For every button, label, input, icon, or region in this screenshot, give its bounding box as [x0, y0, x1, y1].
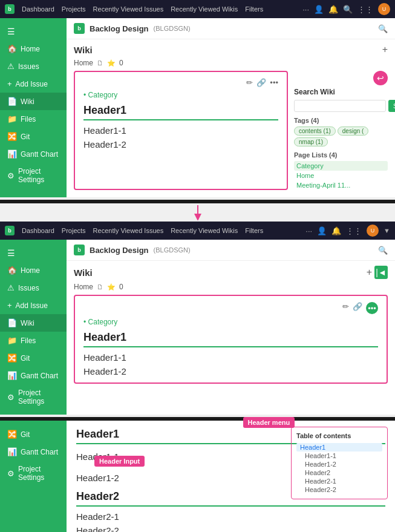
wiki-header-actions-1: + — [382, 44, 388, 55]
home-icon: 🏠 — [7, 44, 17, 53]
nav-projects[interactable]: Projects — [62, 5, 86, 13]
sidebar2-home[interactable]: 🏠 Home — [0, 261, 67, 279]
toc-item-header1-2[interactable]: Header1-2 — [296, 460, 382, 468]
profile-icon-2[interactable]: 👤 — [317, 226, 327, 235]
search-wiki-button[interactable]: Search Wiki — [388, 100, 395, 112]
search-icon[interactable]: 🔍 — [343, 5, 353, 14]
nav2-dashboard[interactable]: Dashboard — [22, 227, 54, 234]
tags-header[interactable]: Tags (4) — [294, 117, 388, 124]
wiki-add-button[interactable]: + — [382, 44, 388, 55]
wiki-heading1-b: Header1 — [83, 331, 378, 347]
sidebar3-label-gantt: Gantt Chart — [21, 448, 58, 456]
sidebar-item-issues[interactable]: ⚠ Issues — [0, 57, 67, 75]
search-wiki-toggle-button[interactable]: ↩ — [373, 71, 388, 85]
nav2-recently-issues[interactable]: Recently Viewed Issues — [93, 227, 164, 234]
sidebar2-issues[interactable]: ⚠ Issues — [0, 279, 67, 297]
nav2-recently-wikis[interactable]: Recently Viewed Wikis — [171, 227, 238, 234]
project-search-icon[interactable]: 🔍 — [378, 24, 388, 33]
sidebar2-settings[interactable]: ⚙ Project Settings — [0, 384, 67, 410]
star-count-2: 0 — [119, 283, 123, 291]
add-icon-2: + — [7, 301, 12, 310]
grid-icon[interactable]: ⋮⋮ — [357, 5, 373, 14]
dropdown-chevron[interactable]: ▼ — [384, 227, 390, 234]
sidebar-item-git[interactable]: 🔀 Git — [0, 128, 67, 145]
sidebar-item-add-issue[interactable]: + Add Issue — [0, 75, 67, 93]
page-icon: 🗋 — [97, 59, 103, 67]
nav2-projects[interactable]: Projects — [62, 227, 86, 234]
project-search-icon-2[interactable]: 🔍 — [378, 246, 388, 255]
page-lists-section: Page Lists (4) Category Home Meeting-Apr… — [294, 151, 388, 190]
toc-item-header2-1[interactable]: Header2-1 — [296, 477, 382, 485]
breadcrumb-home-2[interactable]: Home — [74, 283, 93, 291]
wiki-icon: 📄 — [7, 97, 17, 106]
gantt-icon: 📊 — [7, 149, 17, 159]
link-icon[interactable]: 🔗 — [256, 78, 266, 87]
sidebar-2: ☰ 🏠 Home ⚠ Issues + Add Issue 📄 Wiki 📁 F… — [0, 240, 67, 415]
sidebar-item-files[interactable]: 📁 Files — [0, 110, 67, 128]
tag-design[interactable]: design ( — [338, 126, 369, 136]
more-options-btn-2[interactable]: ••• — [366, 302, 378, 314]
sidebar-toggle[interactable]: ☰ — [0, 23, 67, 40]
top-nav-icons-2: ··· 👤 🔔 ⋮⋮ U ▼ — [305, 225, 390, 237]
sidebar2-wiki[interactable]: 📄 Wiki — [0, 314, 67, 332]
sidebar3-git[interactable]: 🔀 Git — [0, 425, 67, 443]
toc-item-header2[interactable]: Header2 — [296, 468, 382, 477]
toc-item-header2-2[interactable]: Header2-2 — [296, 485, 382, 494]
main-content-2: b Backlog Design (BLGDSGN) 🔍 Wiki + |◄ H… — [67, 240, 395, 415]
tag-nmap[interactable]: nmap (1) — [294, 137, 328, 146]
nav-dashboard[interactable]: Dashboard — [22, 5, 54, 13]
app-logo-2[interactable]: b — [5, 226, 15, 235]
sidebar2-files[interactable]: 📁 Files — [0, 332, 67, 349]
page-list-home[interactable]: Home — [294, 171, 388, 180]
more-icon[interactable]: ··· — [302, 5, 309, 14]
header-menu-annotation: Header menu — [243, 417, 295, 428]
more-options-icon[interactable]: ••• — [270, 78, 278, 87]
nav-filters[interactable]: Filters — [245, 5, 263, 13]
avatar[interactable]: U — [378, 3, 390, 15]
edit-icon-2[interactable]: ✏ — [342, 302, 349, 314]
more-icon-2[interactable]: ··· — [305, 226, 312, 235]
profile-icon[interactable]: 👤 — [314, 5, 324, 14]
sidebar-item-home[interactable]: 🏠 Home — [0, 40, 67, 57]
sidebar2-gantt[interactable]: 📊 Gantt Chart — [0, 367, 67, 384]
sidebar-toggle-2[interactable]: ☰ — [0, 245, 67, 261]
sidebar-label-issues: Issues — [18, 62, 39, 71]
sidebar2-git[interactable]: 🔀 Git — [0, 349, 67, 367]
nav-recently-viewed-issues[interactable]: Recently Viewed Issues — [93, 5, 164, 13]
page-list-category[interactable]: Category — [294, 161, 388, 171]
wiki-search-toggle-button[interactable]: |◄ — [374, 266, 388, 279]
app-logo[interactable]: b — [5, 4, 15, 14]
files-icon-2: 📁 — [7, 336, 17, 345]
search-panel: ↩ Search Wiki Search Wiki Tags (4) conte… — [294, 71, 388, 190]
bell-icon[interactable]: 🔔 — [328, 5, 338, 14]
sidebar3-gantt[interactable]: 📊 Gantt Chart — [0, 443, 67, 461]
wiki-add-button-2[interactable]: + — [367, 266, 372, 279]
sidebar-item-gantt[interactable]: 📊 Gantt Chart — [0, 145, 67, 163]
page-lists-header[interactable]: Page Lists (4) — [294, 151, 388, 159]
search-wiki-input[interactable] — [294, 100, 386, 112]
toc-item-header1-1[interactable]: Header1-1 — [296, 452, 382, 460]
sidebar-item-settings[interactable]: ⚙ Project Settings — [0, 163, 67, 188]
page-list-meeting[interactable]: Meeting-April 11... — [294, 180, 388, 190]
bell-icon-2[interactable]: 🔔 — [331, 226, 341, 235]
nav2-filters[interactable]: Filters — [245, 227, 263, 234]
star-icon[interactable]: ⭐ — [107, 59, 116, 67]
home-icon-2: 🏠 — [7, 266, 17, 275]
sidebar-item-wiki[interactable]: 📄 Wiki — [0, 93, 67, 110]
breadcrumb-home[interactable]: Home — [74, 59, 93, 67]
edit-icon[interactable]: ✏ — [246, 78, 253, 87]
grid-icon-2[interactable]: ⋮⋮ — [346, 226, 362, 235]
sidebar2-add-issue[interactable]: + Add Issue — [0, 297, 67, 314]
link-icon-2[interactable]: 🔗 — [353, 302, 362, 314]
settings-icon: ⚙ — [7, 171, 15, 180]
bottom-heading2-2: Header2-2 — [76, 525, 385, 532]
sidebar3-settings[interactable]: ⚙ Project Settings — [0, 461, 67, 486]
project-logo: b — [74, 23, 85, 34]
wiki-editor-2: ✏ 🔗 ••• • Category Header1 Header1-1 Hea… — [74, 295, 388, 384]
sidebar-1: ☰ 🏠 Home ⚠ Issues + Add Issue 📄 Wiki 📁 F… — [0, 18, 67, 197]
tag-contents[interactable]: contents (1) — [294, 126, 336, 136]
avatar-2[interactable]: U — [367, 225, 379, 237]
star-icon-2[interactable]: ⭐ — [107, 283, 116, 291]
nav-recently-viewed-wikis[interactable]: Recently Viewed Wikis — [171, 5, 238, 13]
toc-item-header1[interactable]: Header1 — [296, 443, 382, 452]
